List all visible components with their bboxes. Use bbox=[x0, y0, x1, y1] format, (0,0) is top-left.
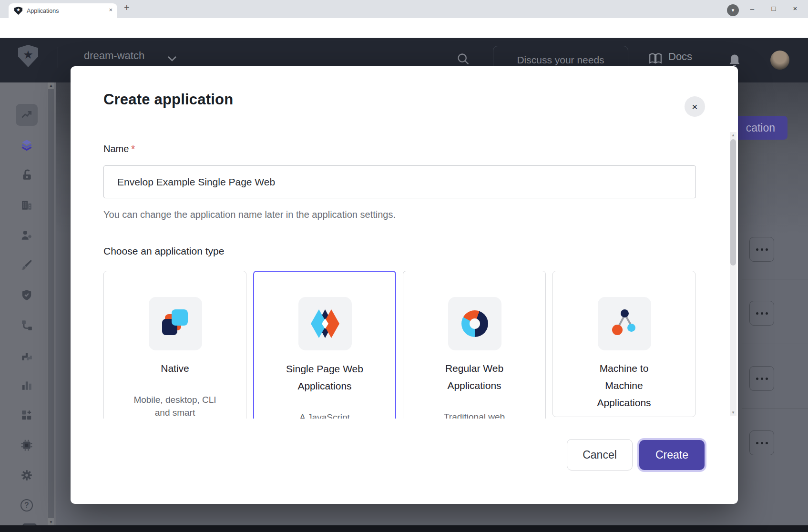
m2m-app-icon bbox=[598, 297, 651, 350]
create-button[interactable]: Create bbox=[639, 440, 705, 470]
card-title: Regular Web Applications bbox=[436, 360, 513, 394]
auth0-favicon-icon: ★ bbox=[14, 7, 22, 15]
row-menu-button[interactable] bbox=[749, 237, 774, 262]
app-type-card-regular-web[interactable]: Regular Web Applications Traditional web bbox=[403, 271, 546, 419]
application-type-cards: Native Mobile, desktop, CLI and smart Si… bbox=[103, 271, 696, 419]
chrome-status-caret-icon[interactable]: ▾ bbox=[727, 4, 739, 16]
row-menu-button[interactable] bbox=[749, 366, 774, 391]
extensibility-cpu-icon[interactable] bbox=[20, 439, 33, 451]
app-type-card-m2m[interactable]: Machine to Machine Applications bbox=[552, 271, 695, 417]
card-title: Machine to Machine Applications bbox=[585, 360, 663, 411]
browser-toolbar: ← → manage.auth0.com/dashboard/eu/dream-… bbox=[0, 18, 808, 38]
spa-app-icon bbox=[298, 297, 352, 350]
actions-flow-icon[interactable] bbox=[20, 319, 33, 331]
notification-bell-icon[interactable] bbox=[728, 52, 741, 67]
new-tab-button[interactable]: + bbox=[124, 2, 130, 13]
scroll-down-icon[interactable]: ▼ bbox=[48, 520, 54, 524]
auth-pipeline-icon[interactable] bbox=[20, 349, 33, 361]
tab-close-icon[interactable]: × bbox=[109, 6, 113, 13]
sidebar-item-activity[interactable] bbox=[16, 104, 38, 126]
unlock-icon[interactable] bbox=[20, 169, 33, 181]
modal-close-button[interactable]: × bbox=[685, 96, 705, 117]
trending-up-icon bbox=[20, 109, 33, 121]
browser-tabstrip: ★ Applications × + ▾ – □ × bbox=[0, 0, 808, 18]
settings-gear-icon[interactable] bbox=[20, 469, 33, 481]
name-helper-text: You can change the application name late… bbox=[103, 209, 396, 220]
window-minimize-button[interactable]: – bbox=[745, 2, 759, 15]
row-divider bbox=[742, 344, 808, 344]
required-asterisk: * bbox=[131, 143, 135, 154]
name-label: Name* bbox=[103, 143, 135, 154]
browser-tab-applications[interactable]: ★ Applications × bbox=[9, 3, 117, 18]
organizations-icon[interactable] bbox=[20, 199, 33, 211]
user-management-icon[interactable] bbox=[20, 229, 33, 241]
help-icon[interactable]: ? bbox=[20, 499, 33, 512]
scroll-up-icon[interactable]: ▲ bbox=[48, 83, 54, 88]
sidebar-scrollbar[interactable]: ▲ ▼ bbox=[48, 82, 54, 532]
modal-scroll-down-icon[interactable]: ▼ bbox=[730, 410, 736, 415]
screen: ★ Applications × + ▾ – □ × ← → manage.au… bbox=[0, 0, 808, 532]
application-type-label: Choose an application type bbox=[103, 246, 224, 257]
sidebar-item-applications[interactable] bbox=[20, 139, 33, 151]
docs-book-icon[interactable] bbox=[648, 52, 663, 65]
regular-web-app-icon bbox=[448, 297, 501, 350]
modal-scroll-up-icon[interactable]: ▲ bbox=[730, 133, 736, 137]
card-description: A JavaScript bbox=[276, 411, 374, 419]
tenant-switcher[interactable]: dream-watch bbox=[84, 50, 144, 62]
modal-scrollbar[interactable]: ▲ ▼ bbox=[730, 132, 736, 416]
security-shield-icon[interactable] bbox=[20, 289, 33, 301]
docs-label[interactable]: Docs bbox=[668, 51, 692, 63]
bottom-edge-band bbox=[0, 525, 808, 532]
card-description: Traditional web bbox=[426, 410, 523, 419]
row-menu-button[interactable] bbox=[749, 301, 774, 326]
window-close-button[interactable]: × bbox=[788, 2, 802, 15]
row-divider bbox=[742, 409, 808, 409]
application-name-input[interactable] bbox=[103, 165, 696, 198]
card-description: Mobile, desktop, CLI and smart bbox=[126, 393, 224, 419]
tab-title: Applications bbox=[27, 8, 59, 14]
modal-title: Create application bbox=[103, 91, 233, 108]
user-avatar[interactable] bbox=[770, 51, 789, 70]
modal-scroll-thumb[interactable] bbox=[730, 139, 736, 266]
monitoring-bars-icon[interactable] bbox=[20, 379, 33, 391]
auth0-logo-icon: ★ bbox=[18, 45, 38, 67]
row-menu-button[interactable] bbox=[749, 430, 774, 455]
search-icon[interactable] bbox=[457, 52, 470, 66]
create-application-modal: Create application × Name* You can chang… bbox=[71, 66, 738, 504]
window-maximize-button[interactable]: □ bbox=[767, 2, 781, 15]
branding-brush-icon[interactable] bbox=[20, 259, 33, 271]
card-title: Single Page Web Applications bbox=[286, 360, 363, 395]
sidebar-scroll-thumb[interactable] bbox=[48, 89, 54, 518]
tenant-chevron-icon bbox=[167, 55, 177, 62]
close-icon: × bbox=[692, 101, 697, 112]
app-type-card-native[interactable]: Native Mobile, desktop, CLI and smart bbox=[103, 271, 246, 419]
nav-divider bbox=[58, 47, 58, 68]
sidebar: ? ▲ ▼ bbox=[0, 82, 56, 532]
cancel-button[interactable]: Cancel bbox=[567, 439, 633, 471]
native-app-icon bbox=[149, 297, 202, 350]
marketplace-icon[interactable] bbox=[20, 409, 33, 421]
app-type-card-spa[interactable]: Single Page Web Applications A JavaScrip… bbox=[253, 271, 396, 419]
card-title: Native bbox=[136, 360, 214, 377]
row-divider bbox=[742, 279, 808, 279]
